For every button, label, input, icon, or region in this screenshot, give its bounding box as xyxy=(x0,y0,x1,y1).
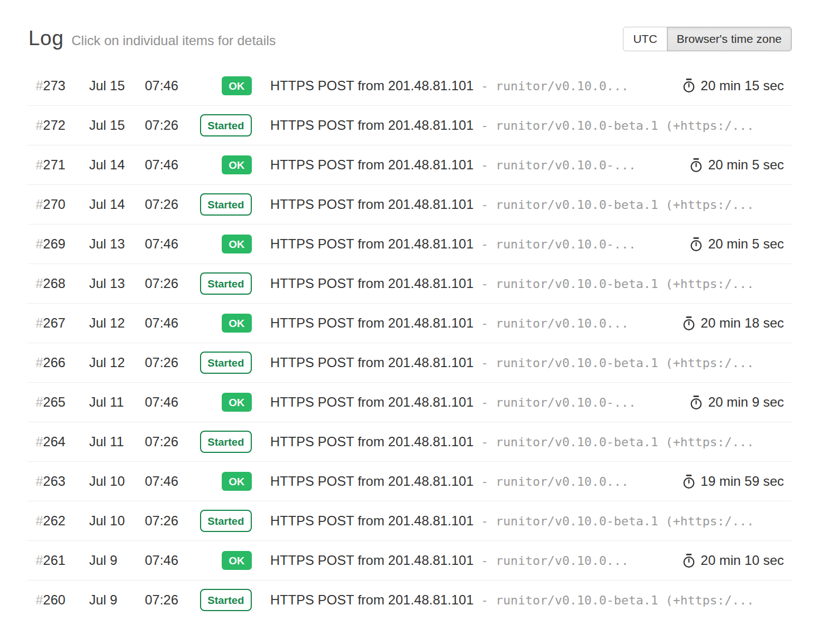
ping-number-value: 267 xyxy=(43,315,65,330)
ping-date: Jul 15 xyxy=(89,78,145,94)
log-page: Log Click on individual items for detail… xyxy=(0,0,819,644)
ping-separator: - xyxy=(474,435,496,449)
status-badge-cell: OK xyxy=(199,76,252,95)
status-badge: Started xyxy=(200,114,252,136)
log-row[interactable]: #266 Jul 12 07:26 Started HTTPS POST fro… xyxy=(27,343,792,382)
log-row[interactable]: #265 Jul 11 07:46 OK HTTPS POST from 201… xyxy=(27,382,792,422)
ping-user-agent: runitor/v0.10.0-beta.1 (+https:/... xyxy=(496,593,754,607)
ping-date: Jul 13 xyxy=(89,276,145,291)
ping-description: HTTPS POST from 201.48.81.101 - runitor/… xyxy=(270,553,671,568)
ping-number: #261 xyxy=(36,553,89,568)
log-row[interactable]: #270 Jul 14 07:26 Started HTTPS POST fro… xyxy=(27,184,792,224)
status-badge-cell: OK xyxy=(199,551,252,570)
log-row[interactable]: #261 Jul 9 07:46 OK HTTPS POST from 201.… xyxy=(27,540,792,580)
log-row[interactable]: #264 Jul 11 07:26 Started HTTPS POST fro… xyxy=(27,422,792,461)
ping-event-text: HTTPS POST from 201.48.81.101 xyxy=(270,78,474,94)
ping-description: HTTPS POST from 201.48.81.101 - runitor/… xyxy=(270,118,784,133)
status-badge: Started xyxy=(200,431,252,453)
ping-date: Jul 13 xyxy=(89,236,145,252)
duration-text: 20 min 5 sec xyxy=(708,236,784,252)
ping-user-agent: runitor/v0.10.0-beta.1 (+https:/... xyxy=(496,356,754,370)
ping-event-text: HTTPS POST from 201.48.81.101 xyxy=(270,553,474,568)
status-badge-cell: Started xyxy=(199,589,252,611)
stopwatch-icon xyxy=(689,237,703,252)
ping-number-value: 262 xyxy=(43,513,65,528)
ping-date: Jul 11 xyxy=(89,434,145,450)
status-badge-cell: Started xyxy=(199,272,252,295)
ping-user-agent: runitor/v0.10.0-... xyxy=(496,158,636,172)
log-row[interactable]: #273 Jul 15 07:46 OK HTTPS POST from 201… xyxy=(27,66,792,105)
log-row[interactable]: #267 Jul 12 07:46 OK HTTPS POST from 201… xyxy=(27,303,792,343)
ping-number-value: 268 xyxy=(43,276,65,291)
log-row[interactable]: #272 Jul 15 07:26 Started HTTPS POST fro… xyxy=(27,105,792,145)
ping-number-value: 261 xyxy=(43,553,65,568)
ping-number-value: 270 xyxy=(43,197,65,212)
status-badge: OK xyxy=(222,235,252,253)
log-row[interactable]: #269 Jul 13 07:46 OK HTTPS POST from 201… xyxy=(27,224,792,264)
status-badge-cell: Started xyxy=(199,352,252,374)
ping-duration: 20 min 10 sec xyxy=(682,553,784,568)
ping-date: Jul 10 xyxy=(89,474,145,489)
ping-event-text: HTTPS POST from 201.48.81.101 xyxy=(270,197,474,212)
utc-button[interactable]: UTC xyxy=(623,27,667,51)
ping-number: #271 xyxy=(36,157,89,173)
ping-separator: - xyxy=(474,475,496,489)
page-subtitle: Click on individual items for details xyxy=(71,33,276,48)
log-row[interactable]: #268 Jul 13 07:26 Started HTTPS POST fro… xyxy=(27,264,792,303)
stopwatch-icon xyxy=(689,158,703,173)
log-row[interactable]: #263 Jul 10 07:46 OK HTTPS POST from 201… xyxy=(27,461,792,501)
ping-user-agent: runitor/v0.10.0-beta.1 (+https:/... xyxy=(496,514,754,528)
ping-time: 07:26 xyxy=(145,434,199,450)
log-row[interactable]: #262 Jul 10 07:26 Started HTTPS POST fro… xyxy=(27,501,792,540)
page-header: Log Click on individual items for detail… xyxy=(27,27,792,51)
ping-number-value: 269 xyxy=(43,236,65,251)
ping-user-agent: runitor/v0.10.0... xyxy=(496,475,628,489)
status-badge: Started xyxy=(200,352,252,374)
ping-date: Jul 14 xyxy=(89,157,145,173)
ping-event-text: HTTPS POST from 201.48.81.101 xyxy=(270,474,474,489)
status-badge-cell: OK xyxy=(199,314,252,333)
ping-duration: 20 min 18 sec xyxy=(682,315,784,331)
ping-time: 07:46 xyxy=(145,157,199,173)
ping-separator: - xyxy=(474,356,496,370)
ping-time: 07:46 xyxy=(145,315,199,331)
ping-separator: - xyxy=(474,79,496,93)
ping-description: HTTPS POST from 201.48.81.101 - runitor/… xyxy=(270,474,671,489)
status-badge-cell: Started xyxy=(199,510,252,532)
ping-number: #264 xyxy=(36,434,89,450)
ping-description: HTTPS POST from 201.48.81.101 - runitor/… xyxy=(270,434,784,450)
ping-separator: - xyxy=(474,316,496,330)
duration-text: 20 min 9 sec xyxy=(708,394,784,410)
status-badge: OK xyxy=(222,155,252,174)
ping-number-hash: # xyxy=(36,315,43,330)
ping-event-text: HTTPS POST from 201.48.81.101 xyxy=(270,157,474,173)
ping-separator: - xyxy=(474,198,496,212)
ping-number-hash: # xyxy=(36,434,43,449)
status-badge: OK xyxy=(222,76,252,95)
ping-user-agent: runitor/v0.10.0-... xyxy=(496,237,636,251)
duration-text: 19 min 59 sec xyxy=(701,474,784,489)
log-row[interactable]: #260 Jul 9 07:26 Started HTTPS POST from… xyxy=(27,580,792,619)
ping-duration: 20 min 5 sec xyxy=(689,236,784,252)
ping-separator: - xyxy=(474,158,496,172)
ping-duration: 20 min 9 sec xyxy=(689,394,784,410)
ping-number: #265 xyxy=(36,394,89,410)
ping-number-hash: # xyxy=(36,592,43,607)
ping-number-hash: # xyxy=(36,394,43,409)
browsers-time-zone-button[interactable]: Browser's time zone xyxy=(667,27,792,51)
log-list: #273 Jul 15 07:46 OK HTTPS POST from 201… xyxy=(27,66,792,619)
ping-user-agent: runitor/v0.10.0... xyxy=(496,316,628,330)
ping-time: 07:46 xyxy=(145,553,199,568)
ping-date: Jul 10 xyxy=(89,513,145,529)
ping-event-text: HTTPS POST from 201.48.81.101 xyxy=(270,592,474,608)
ping-user-agent: runitor/v0.10.0... xyxy=(496,554,628,568)
ping-number-hash: # xyxy=(36,118,43,133)
ping-time: 07:26 xyxy=(145,513,199,529)
ping-separator: - xyxy=(474,593,496,607)
ping-event-text: HTTPS POST from 201.48.81.101 xyxy=(270,434,474,450)
log-row[interactable]: #271 Jul 14 07:46 OK HTTPS POST from 201… xyxy=(27,145,792,184)
status-badge-cell: Started xyxy=(199,114,252,136)
ping-number-hash: # xyxy=(36,553,43,568)
status-badge-cell: OK xyxy=(199,235,252,253)
ping-event-text: HTTPS POST from 201.48.81.101 xyxy=(270,315,474,331)
